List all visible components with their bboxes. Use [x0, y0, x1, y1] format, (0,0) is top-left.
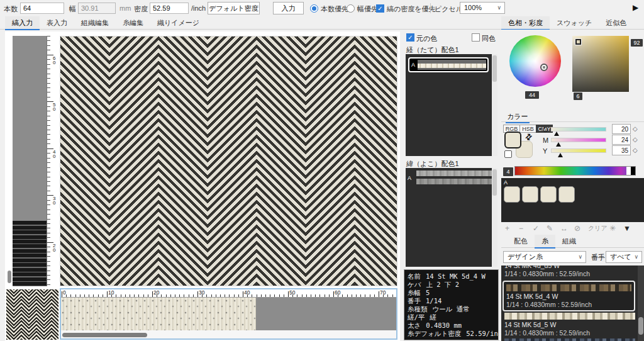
stripe-density-checkbox[interactable]: ✓	[376, 4, 384, 13]
warp-yarn-list: A	[406, 54, 497, 156]
white-cell[interactable]	[626, 167, 631, 175]
slider-thumb[interactable]	[556, 142, 561, 147]
tab-糸[interactable]: 糸	[535, 235, 555, 248]
tab-組織[interactable]: 組織	[555, 235, 583, 248]
value-badge: 92	[631, 39, 643, 47]
weft-yarn-texture[interactable]	[416, 179, 493, 184]
stripe-strip[interactable]	[61, 298, 396, 330]
width-input	[78, 3, 116, 14]
tab-糸編集[interactable]: 糸編集	[116, 16, 150, 30]
colorway-column: ✓ 元の色 同色 経（たて）配色1 A 緯（よこ）配色1 A 名前14 St M…	[400, 30, 501, 341]
slider-spinner[interactable]: ◇	[633, 147, 638, 154]
slider-spinner[interactable]: ◇	[633, 125, 638, 132]
warp-color-bar[interactable]	[13, 36, 47, 286]
tab-スウォッチ[interactable]: スウォッチ	[550, 16, 599, 30]
asterisk-icon[interactable]: ✳	[609, 224, 616, 233]
yarn-info-value: ウール 通常	[433, 305, 470, 313]
yarn-info-line: 糸幅5	[408, 289, 495, 297]
yarn-info-line: 縒/平縒	[408, 313, 495, 321]
swap-icon[interactable]: ↔	[560, 224, 568, 233]
warp-yarn-row-selected[interactable]: A	[408, 57, 489, 72]
stripe-density-label: 縞の密度を優先	[387, 4, 436, 14]
spectrum-bar[interactable]	[514, 166, 636, 176]
hue-wheel-marker[interactable]	[540, 64, 548, 71]
fabric-preview[interactable]	[60, 36, 397, 286]
same-color-checkbox[interactable]	[472, 33, 480, 42]
sv-marker[interactable]	[575, 39, 581, 45]
width-priority-label: 幅優先	[357, 4, 378, 14]
tab-織りイメージ[interactable]: 織りイメージ	[150, 16, 206, 30]
tab-色相・彩度[interactable]: 色相・彩度	[501, 16, 550, 30]
vertical-ruler: 6050403020	[47, 36, 60, 286]
color-panel: 44 92 6 カラー RGBHSBCMY ⇄ C20◇M24◇Y35◇ 4 A…	[501, 30, 644, 341]
palette-swatch[interactable]	[504, 186, 520, 203]
palette-swatch[interactable]	[540, 186, 557, 203]
warp-list-scrollbar[interactable]	[492, 54, 497, 156]
yarn-row-key: A	[408, 175, 411, 181]
input-button[interactable]: 入力	[273, 2, 304, 14]
slider-track-M[interactable]	[551, 138, 606, 142]
density-label: 密度	[134, 4, 148, 14]
current-color-swatch[interactable]	[504, 131, 521, 148]
yarn-count-select[interactable]: すべて ∨	[606, 251, 642, 263]
reset-color-swatch[interactable]	[504, 150, 512, 158]
width-priority-radio[interactable]	[347, 4, 355, 13]
count-priority-radio[interactable]	[310, 4, 318, 13]
edit-icon[interactable]: ✎	[547, 224, 553, 233]
slider-spinner[interactable]: ◇	[633, 136, 638, 143]
count-input[interactable]	[20, 3, 64, 14]
default-density-button[interactable]: デフォルト密度	[208, 2, 260, 14]
ruler-label: 50	[53, 103, 55, 111]
strip-scrollbar-thumb[interactable]	[62, 333, 147, 337]
ruler-major-tick	[243, 291, 243, 297]
slider-value-input[interactable]: 20	[612, 124, 631, 134]
weave-thumbnail[interactable]	[6, 289, 58, 340]
yarn-item[interactable]: 14 St MK 4d_d5 W1/14 : 0.4830mm : 52.59/…	[504, 266, 635, 278]
weft-yarn-texture[interactable]	[416, 170, 493, 176]
yarn-info-value: 縒	[430, 313, 436, 321]
yarn-info-value: 5	[426, 289, 430, 297]
yarn-item[interactable]	[504, 338, 635, 341]
tab-縞入力[interactable]: 縞入力	[5, 16, 40, 30]
yarn-list-scrollbar[interactable]	[638, 266, 644, 341]
weft-list-scrollbar[interactable]	[492, 168, 497, 267]
ruler-label: 40	[244, 289, 250, 296]
black-cell[interactable]	[631, 167, 635, 175]
yarn-item-selected[interactable]: 14 St MK 5d_4 W1/14 : 0.4830mm : 52.59/i…	[502, 281, 635, 311]
width-unit-label: mm	[119, 4, 131, 12]
more-icon[interactable]: ▼	[623, 224, 631, 233]
warp-bar-scrollbar[interactable]	[8, 271, 11, 283]
prohibit-icon[interactable]: ⊘	[574, 224, 580, 233]
remove-icon[interactable]: −	[519, 224, 523, 233]
strip-scrollbar[interactable]	[61, 332, 396, 338]
ruler-major-tick	[107, 291, 108, 297]
ruler-major-tick	[333, 291, 334, 297]
tab-組織編集[interactable]: 組織編集	[74, 16, 116, 30]
slider-thumb[interactable]	[554, 131, 559, 136]
hue-wheel[interactable]	[509, 35, 561, 87]
expand-arrow-icon[interactable]: ▶	[633, 3, 638, 12]
tab-近似色[interactable]: 近似色	[599, 16, 633, 30]
slider-value-input[interactable]: 35	[612, 145, 631, 155]
slider-track-C[interactable]	[551, 127, 606, 131]
original-color-checkbox[interactable]: ✓	[406, 33, 414, 42]
warp-stripe-section[interactable]	[13, 221, 47, 286]
slider-track-Y[interactable]	[551, 148, 606, 153]
toolbar: 本数 幅 mm 密度 /inch デフォルト密度 入力 本数優先 幅優先 ✓ 縞…	[0, 0, 644, 16]
tab-配色[interactable]: 配色	[507, 235, 535, 248]
yarn-item[interactable]: 14 St MK 5d_5 W1/14 : 0.4830mm : 52.59/i…	[504, 313, 635, 337]
slider-thumb[interactable]	[558, 153, 563, 157]
ruler-major-tick	[62, 291, 62, 297]
palette-swatch[interactable]	[558, 186, 575, 203]
slider-value-input[interactable]: 24	[612, 135, 631, 145]
apply-icon[interactable]: ✓	[533, 224, 539, 233]
yarn-category-select[interactable]: デザイン糸 ∨	[503, 251, 586, 263]
stripe-strip-texture[interactable]	[61, 298, 256, 330]
palette-swatch[interactable]	[522, 186, 538, 203]
pixel-zoom-select[interactable]: 100% ∨	[460, 2, 505, 14]
clear-icon[interactable]: クリア	[588, 224, 608, 233]
saturation-value-box[interactable]	[572, 36, 629, 92]
tab-表入力[interactable]: 表入力	[40, 16, 74, 30]
add-icon[interactable]: +	[505, 224, 509, 233]
density-input[interactable]	[150, 3, 189, 14]
